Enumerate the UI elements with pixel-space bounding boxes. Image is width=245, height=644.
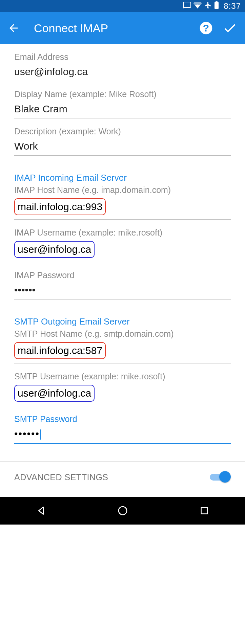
smtp-pass-input[interactable]: •••••• bbox=[14, 426, 231, 444]
help-button[interactable]: ? bbox=[198, 20, 215, 37]
airplane-icon bbox=[204, 1, 212, 11]
imap-user-label: IMAP Username (example: mike.rosoft) bbox=[14, 228, 231, 238]
smtp-pass-field: SMTP Password •••••• bbox=[14, 414, 231, 444]
imap-pass-field: IMAP Password bbox=[14, 270, 231, 299]
svg-rect-0 bbox=[183, 2, 191, 7]
imap-host-field[interactable]: mail.infolog.ca:993 bbox=[14, 197, 231, 220]
circle-home-icon bbox=[117, 505, 128, 516]
smtp-host-field[interactable]: mail.infolog.ca:587 bbox=[14, 341, 231, 363]
check-icon bbox=[222, 21, 237, 36]
imap-host-input[interactable]: mail.infolog.ca:993 bbox=[14, 198, 106, 215]
advanced-settings-row[interactable]: ADVANCED SETTINGS bbox=[0, 462, 245, 497]
imap-pass-input[interactable] bbox=[14, 282, 231, 299]
smtp-host-label: SMTP Host Name (e.g. smtp.domain.com) bbox=[14, 329, 231, 339]
nav-recent-button[interactable] bbox=[198, 504, 211, 517]
nav-back-button[interactable] bbox=[34, 504, 48, 517]
cast-icon bbox=[183, 2, 191, 10]
email-label: Email Address bbox=[14, 52, 231, 62]
display-name-field: Display Name (example: Mike Rosoft) bbox=[14, 89, 231, 118]
description-input[interactable] bbox=[14, 138, 231, 156]
advanced-settings-label: ADVANCED SETTINGS bbox=[14, 472, 108, 482]
status-bar: 8:37 bbox=[0, 0, 245, 12]
page-title: Connect IMAP bbox=[34, 22, 191, 35]
description-label: Description (example: Work) bbox=[14, 127, 231, 136]
display-name-input[interactable] bbox=[14, 101, 231, 118]
smtp-user-input[interactable]: user@infolog.ca bbox=[14, 385, 95, 402]
smtp-section-header: SMTP Outgoing Email Server bbox=[14, 316, 231, 327]
help-icon: ? bbox=[199, 21, 213, 35]
status-time: 8:37 bbox=[224, 1, 241, 11]
imap-pass-label: IMAP Password bbox=[14, 270, 231, 280]
nav-home-button[interactable] bbox=[116, 504, 129, 517]
smtp-pass-label: SMTP Password bbox=[14, 414, 231, 424]
text-cursor bbox=[40, 429, 41, 440]
smtp-user-field[interactable]: user@infolog.ca bbox=[14, 383, 231, 406]
description-field: Description (example: Work) bbox=[14, 127, 231, 156]
switch-thumb bbox=[219, 471, 231, 483]
confirm-button[interactable] bbox=[221, 20, 238, 37]
status-icons: 8:37 bbox=[183, 1, 241, 11]
imap-section-header: IMAP Incoming Email Server bbox=[14, 173, 231, 183]
arrow-back-icon bbox=[7, 22, 20, 34]
svg-rect-1 bbox=[215, 2, 219, 9]
smtp-host-input[interactable]: mail.infolog.ca:587 bbox=[14, 342, 106, 359]
app-bar: Connect IMAP ? bbox=[0, 12, 245, 44]
triangle-back-icon bbox=[36, 505, 46, 516]
smtp-user-label: SMTP Username (example: mike.rosoft) bbox=[14, 372, 231, 381]
imap-user-input[interactable]: user@infolog.ca bbox=[14, 241, 95, 258]
navigation-bar bbox=[0, 497, 245, 525]
svg-rect-6 bbox=[201, 508, 207, 514]
display-name-label: Display Name (example: Mike Rosoft) bbox=[14, 89, 231, 99]
imap-user-field[interactable]: user@infolog.ca bbox=[14, 240, 231, 262]
smtp-pass-value: •••••• bbox=[14, 428, 40, 439]
email-input[interactable] bbox=[14, 64, 231, 81]
svg-point-5 bbox=[119, 507, 127, 515]
imap-host-label: IMAP Host Name (e.g. imap.domain.com) bbox=[14, 185, 231, 195]
wifi-icon bbox=[193, 2, 202, 10]
battery-icon bbox=[214, 1, 219, 11]
form-content: Email Address Display Name (example: Mik… bbox=[0, 44, 245, 444]
email-field: Email Address bbox=[14, 52, 231, 81]
advanced-settings-toggle[interactable] bbox=[210, 471, 231, 483]
square-recent-icon bbox=[200, 506, 209, 515]
back-button[interactable] bbox=[7, 21, 20, 35]
svg-text:?: ? bbox=[203, 22, 209, 34]
svg-rect-2 bbox=[216, 1, 218, 2]
